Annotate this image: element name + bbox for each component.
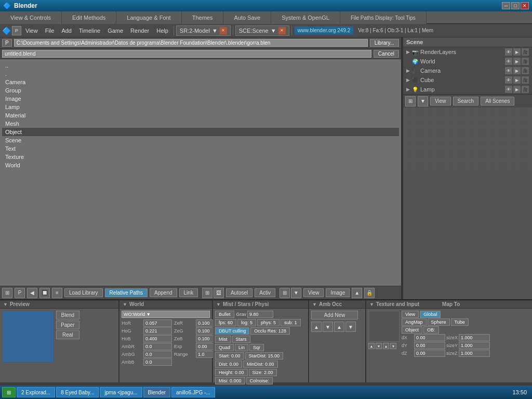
lock-icon-btn[interactable]: 🔒	[364, 288, 375, 298]
start-button[interactable]: Start: 0.00	[215, 352, 244, 360]
real-button[interactable]: Real	[56, 330, 79, 339]
save-icon-btn[interactable]: ▲	[352, 288, 362, 298]
hor-input[interactable]	[143, 320, 172, 327]
dbut-button[interactable]: DBUT culling	[215, 327, 249, 335]
file-item-dotdot[interactable]: ..	[2, 61, 399, 70]
ambr-input[interactable]	[143, 343, 172, 350]
global-btn[interactable]: Global	[420, 311, 441, 318]
file-item-text[interactable]: Text	[2, 144, 399, 153]
ob-btn[interactable]: OB:	[423, 326, 439, 334]
link-button[interactable]: Link	[179, 288, 198, 297]
blend-button[interactable]: Blend	[56, 311, 79, 320]
file-item-texture[interactable]: Texture	[2, 153, 399, 161]
icon-btn-5[interactable]: ≡	[52, 288, 62, 298]
view-button[interactable]: View	[303, 288, 324, 297]
icon-btn-4[interactable]: 🔲	[39, 288, 50, 298]
right-icon-1[interactable]: ⊞	[280, 288, 290, 298]
mist-button[interactable]: Mist	[215, 336, 231, 343]
lamp-sel-icon[interactable]: ▶	[513, 86, 521, 93]
phys-button[interactable]: phys: 5	[257, 319, 280, 326]
sizey-input[interactable]	[459, 342, 490, 349]
cube-vis-icon[interactable]: 👁	[505, 76, 512, 84]
taskbar-item-3[interactable]: Blender	[143, 387, 170, 397]
tab-file-paths[interactable]: File Paths Display: Tool Tips	[340, 11, 427, 24]
mindist-button[interactable]: MinDist: 0.00	[243, 361, 278, 368]
view-icon-btn[interactable]: ⊞	[202, 288, 212, 298]
ambocc-icon-1[interactable]: ▲	[311, 322, 322, 332]
sizez-input[interactable]	[459, 350, 490, 357]
outliner-icon-btn[interactable]: ⊞	[405, 96, 416, 107]
menu-view[interactable]: View	[22, 26, 41, 35]
renderlayers-sel-icon[interactable]: ▶	[513, 48, 521, 56]
cube-render-icon[interactable]: 🎥	[522, 76, 529, 84]
tab-auto-save[interactable]: Auto Save	[223, 11, 271, 24]
maximize-button[interactable]: □	[511, 2, 520, 9]
outliner-item-camera[interactable]: ▶ 🎥 Camera 👁 ▶ 🎥	[403, 66, 532, 75]
sizex-input[interactable]	[459, 334, 490, 341]
sphere-btn[interactable]: Sphere	[428, 318, 450, 326]
cube-sel-icon[interactable]: ▶	[513, 76, 521, 84]
file-item-camera[interactable]: Camera	[2, 78, 399, 86]
menu-game[interactable]: Game	[104, 26, 126, 35]
p-button[interactable]: P	[2, 39, 12, 47]
stars-button[interactable]: Stars	[232, 336, 250, 343]
outliner-search-btn[interactable]: Search	[453, 97, 479, 105]
taskbar-item-2[interactable]: jpma <jpagu...	[100, 387, 142, 397]
hob-input[interactable]	[143, 335, 172, 342]
hog-input[interactable]	[143, 327, 172, 335]
file-item-object[interactable]: Object	[2, 128, 399, 136]
quad-button[interactable]: Quad	[215, 344, 234, 351]
world-vis-icon[interactable]: 👁	[505, 58, 512, 65]
size-button[interactable]: Size: 2.00	[249, 369, 277, 376]
outliner-scope-btn[interactable]: All Scenes	[481, 97, 514, 105]
scene-dropdown-2[interactable]: SCE:Scene ▼ ✕	[235, 25, 289, 36]
load-library-button[interactable]: Load Library	[64, 288, 103, 297]
world-name-dropdown[interactable]: WO:World ▼	[122, 311, 210, 318]
file-item-scene[interactable]: Scene	[2, 136, 399, 144]
activ-button[interactable]: Activ	[255, 288, 275, 297]
outliner-item-lamp[interactable]: ▶ 💡 Lamp 👁 ▶ 🎥	[403, 85, 532, 94]
tab-themes[interactable]: Themes	[182, 11, 224, 24]
minimize-button[interactable]: ─	[502, 2, 510, 9]
world-render-icon[interactable]: 🎥	[522, 58, 529, 65]
renderlayers-vis-icon[interactable]: 👁	[505, 48, 512, 56]
dy-input[interactable]	[414, 342, 445, 349]
renderlayers-render-icon[interactable]: 🎥	[522, 48, 529, 56]
filename-input[interactable]	[2, 50, 371, 58]
icon-btn-2[interactable]: P	[15, 288, 25, 298]
file-item-lamp[interactable]: Lamp	[2, 103, 399, 111]
dx-input[interactable]	[414, 334, 445, 341]
tab-edit-methods[interactable]: Edit Methods	[62, 11, 116, 24]
taskbar-item-0[interactable]: 2 Explorad...	[17, 387, 55, 397]
scene-dropdown-1[interactable]: SR:2-Model ▼ ✕	[176, 25, 231, 36]
menu-timeline[interactable]: Timeline	[76, 26, 103, 35]
path-input[interactable]	[14, 39, 368, 47]
camera-vis-icon[interactable]: 👁	[505, 67, 512, 74]
menu-file[interactable]: File	[42, 26, 58, 35]
file-item-group[interactable]: Group	[2, 86, 399, 95]
outliner-item-cube[interactable]: ▶ ⬛ Cube 👁 ▶ 🎥	[403, 75, 532, 85]
tube-btn[interactable]: Tube	[451, 318, 469, 326]
outliner-item-world[interactable]: ▶ 🌍 World 👁 ▶ 🎥	[403, 57, 532, 66]
tex-icon-2[interactable]: ▼	[376, 343, 382, 349]
sqr-button[interactable]: Sqr	[249, 344, 264, 351]
image-button[interactable]: Image	[326, 288, 350, 297]
ambocc-icon-4[interactable]: ▼	[345, 322, 356, 332]
height-button[interactable]: Height: 0.00	[215, 369, 248, 376]
lin-button[interactable]: Lin	[235, 344, 248, 351]
fps-button[interactable]: fps: 60	[215, 319, 236, 326]
bullet-button[interactable]: Bullet	[215, 311, 234, 318]
right-icon-2[interactable]: ▼	[291, 288, 301, 298]
menu-render[interactable]: Render	[127, 26, 152, 35]
stardist-button[interactable]: StarDist: 15.00	[245, 352, 284, 360]
icon-btn-1[interactable]: ⊞	[2, 288, 12, 298]
camera-render-icon[interactable]: 🎥	[522, 67, 529, 74]
world-sel-icon[interactable]: ▶	[513, 58, 521, 65]
colnoise-button[interactable]: Colnoise:	[246, 377, 273, 384]
file-item-image[interactable]: Image	[2, 95, 399, 103]
misi-button[interactable]: Misi: 0.000	[215, 377, 245, 384]
icon-btn-3[interactable]: ◀	[27, 288, 37, 298]
menu-add[interactable]: Add	[58, 26, 75, 35]
img-icon-btn[interactable]: 🖼	[214, 288, 224, 298]
grav-input[interactable]	[247, 311, 273, 318]
